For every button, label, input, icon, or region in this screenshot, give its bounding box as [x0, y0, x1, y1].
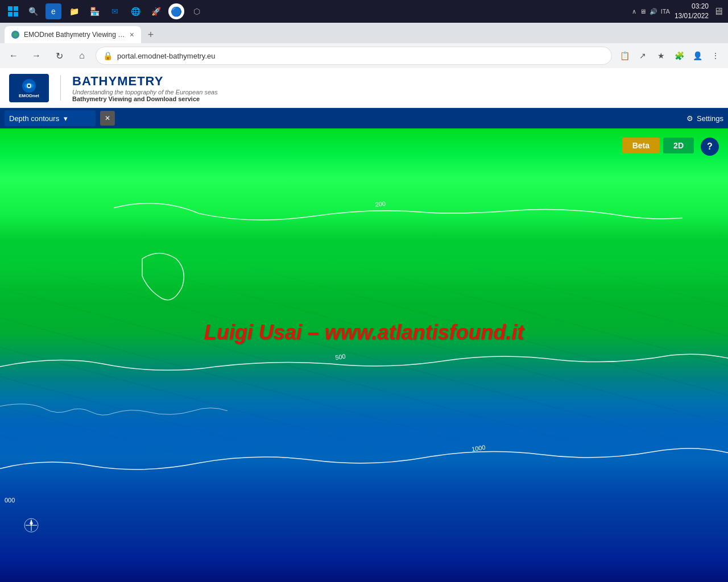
- chevron-down-icon: ▾: [64, 114, 68, 123]
- app-subtitle2: Bathymetry Viewing and Download service: [72, 95, 218, 102]
- url-text: portal.emodnet-bathymetry.eu: [117, 52, 605, 60]
- taskbar-sys-icons: ∧ 🖥 🔊 ITA: [632, 8, 670, 15]
- taskbar-app2[interactable]: ⬡: [189, 3, 205, 19]
- menu-button[interactable]: ⋮: [708, 48, 723, 64]
- toolbar: Depth contours ▾ ✕ ⚙ Settings: [0, 108, 728, 128]
- taskbar-store[interactable]: 🏪: [86, 3, 102, 19]
- nav-bar: ← → ↻ ⌂ 🔒 portal.emodnet-bathymetry.eu 📋…: [0, 43, 728, 68]
- forward-button[interactable]: →: [27, 47, 46, 65]
- settings-button[interactable]: ⚙ Settings: [686, 110, 723, 126]
- taskbar-mail[interactable]: ✉: [107, 3, 123, 19]
- lock-icon: 🔒: [103, 51, 113, 60]
- address-bar[interactable]: 🔒 portal.emodnet-bathymetry.eu: [96, 47, 612, 65]
- taskbar-notification[interactable]: 🖥: [713, 6, 723, 18]
- logo-divider: [60, 75, 61, 101]
- share-button[interactable]: ↗: [635, 48, 651, 64]
- logo-text-area: BATHYMETRY Understanding the topography …: [72, 74, 218, 102]
- logo-area: EMODnet BATHYMETRY Understanding the top…: [9, 74, 218, 102]
- nav-actions: 📋 ↗ ★ 🧩 👤 ⋮: [617, 48, 723, 64]
- tab-bar: EMODnet Bathymetry Viewing a... × +: [0, 23, 728, 43]
- svg-point-4: [28, 85, 30, 87]
- taskbar-clock: 03:20 13/01/2022: [675, 2, 709, 21]
- svg-text:EMODnet: EMODnet: [19, 93, 39, 98]
- taskbar: 🔍 e 📁 🏪 ✉ 🌐 🚀 🔵 ⬡ ∧ 🖥 🔊 ITA 03:20 13/01/…: [0, 0, 728, 23]
- 2d-view-button[interactable]: 2D: [663, 138, 694, 153]
- home-button[interactable]: ⌂: [73, 47, 91, 65]
- active-tab[interactable]: EMODnet Bathymetry Viewing a... ×: [5, 26, 141, 43]
- start-button[interactable]: [5, 3, 22, 20]
- clock-time: 03:20: [675, 2, 709, 11]
- settings-label: Settings: [697, 114, 723, 123]
- help-button[interactable]: ?: [701, 138, 719, 156]
- gear-icon: ⚙: [686, 114, 693, 123]
- taskbar-right: ∧ 🖥 🔊 ITA 03:20 13/01/2022 🖥: [632, 2, 723, 21]
- bookmark-button[interactable]: ★: [653, 48, 669, 64]
- taskbar-lang: ITA: [661, 8, 670, 15]
- clock-date: 13/01/2022: [675, 11, 709, 21]
- taskbar-monitor: 🖥: [640, 8, 646, 15]
- taskbar-edge[interactable]: e: [46, 3, 61, 19]
- new-tab-button[interactable]: +: [142, 26, 159, 43]
- taskbar-search[interactable]: 🔍: [25, 3, 41, 19]
- expand-button[interactable]: ✕: [100, 111, 115, 126]
- layer-dropdown-label: Depth contours: [9, 114, 59, 123]
- extensions-button[interactable]: 🧩: [671, 48, 687, 64]
- taskbar-world[interactable]: 🌐: [127, 3, 143, 19]
- taskbar-folder[interactable]: 📁: [66, 3, 82, 19]
- app-header: EMODnet BATHYMETRY Understanding the top…: [0, 68, 728, 108]
- app-subtitle: Understanding the topography of the Euro…: [72, 89, 218, 95]
- tab-title: EMODnet Bathymetry Viewing a...: [24, 31, 125, 39]
- deep-area: [0, 332, 728, 582]
- reload-button[interactable]: ↻: [50, 47, 68, 65]
- beta-button[interactable]: Beta: [622, 138, 660, 153]
- screenshot-button[interactable]: 📋: [617, 48, 632, 64]
- profile-button[interactable]: 👤: [689, 48, 705, 64]
- taskbar-expand[interactable]: ∧: [632, 8, 636, 15]
- map-container[interactable]: 200 500 1000 000 Luigi Usai – www.atlant…: [0, 128, 728, 582]
- taskbar-volume[interactable]: 🔊: [650, 8, 657, 15]
- layer-dropdown[interactable]: Depth contours ▾: [5, 110, 96, 126]
- taskbar-app1[interactable]: 🚀: [148, 3, 164, 19]
- app-title: BATHYMETRY: [72, 74, 218, 89]
- taskbar-icons: 🔍 e 📁 🏪 ✉ 🌐 🚀 🔵 ⬡: [25, 3, 205, 19]
- emodnet-logo: EMODnet: [9, 74, 49, 102]
- map-background: [0, 128, 728, 582]
- back-button[interactable]: ←: [5, 47, 23, 65]
- tab-favicon: [11, 31, 19, 39]
- taskbar-chrome[interactable]: 🔵: [168, 3, 184, 19]
- tab-close-button[interactable]: ×: [130, 30, 134, 39]
